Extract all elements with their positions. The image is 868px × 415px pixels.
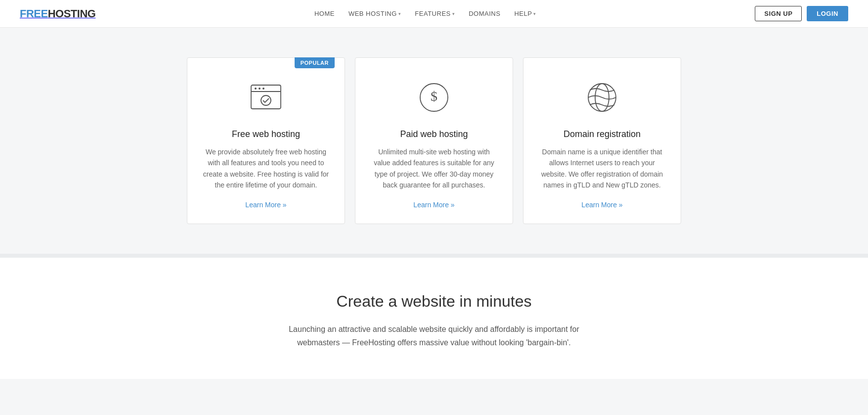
card-free-hosting-desc: We provide absolutely free web hosting w… <box>202 146 330 191</box>
create-website-section: Create a website in minutes Launching an… <box>0 258 868 379</box>
create-title: Create a website in minutes <box>20 292 848 311</box>
browser-check-icon <box>246 78 286 117</box>
main-nav: HOME WEB HOSTING ▾ FEATURES ▾ DOMAINS HE… <box>314 10 536 17</box>
nav-home[interactable]: HOME <box>314 10 335 17</box>
chevron-down-icon: ▾ <box>398 11 401 16</box>
chevron-down-icon: ▾ <box>533 11 536 16</box>
card-paid-hosting-desc: Unlimited multi-site web hosting with va… <box>370 146 498 191</box>
card-paid-hosting-link[interactable]: Learn More » <box>413 201 454 209</box>
logo-free: FREE <box>20 7 48 20</box>
cards-container: POPULAR F <box>187 57 681 224</box>
chevron-down-icon: ▾ <box>452 11 455 16</box>
logo-hosting: HOSTING <box>48 7 96 20</box>
card-domain-title: Domain registration <box>564 129 641 139</box>
header-buttons: SIGN UP LOGIN <box>755 6 848 21</box>
signup-button[interactable]: SIGN UP <box>755 6 802 21</box>
card-free-hosting: POPULAR F <box>187 57 345 224</box>
header: FREEHOSTING HOME WEB HOSTING ▾ FEATURES … <box>0 0 868 28</box>
card-free-hosting-title: Free web hosting <box>232 129 300 139</box>
svg-point-4 <box>262 88 264 90</box>
nav-web-hosting[interactable]: WEB HOSTING ▾ <box>348 10 401 17</box>
svg-text:$: $ <box>431 89 437 104</box>
nav-features[interactable]: FEATURES ▾ <box>415 10 455 17</box>
card-domain-desc: Domain name is a unique identifier that … <box>538 146 666 191</box>
cards-section: POPULAR F <box>0 28 868 254</box>
main-content: POPULAR F <box>0 28 868 379</box>
card-paid-hosting: $ Paid web hosting Unlimited multi-site … <box>355 57 513 224</box>
svg-point-3 <box>259 88 260 90</box>
logo[interactable]: FREEHOSTING <box>20 7 95 20</box>
nav-domains[interactable]: DOMAINS <box>469 10 500 17</box>
card-paid-hosting-title: Paid web hosting <box>400 129 468 139</box>
login-button[interactable]: LOGIN <box>807 6 848 21</box>
create-description: Launching an attractive and scalable web… <box>276 323 592 349</box>
section-divider <box>0 254 868 258</box>
nav-help[interactable]: HELP ▾ <box>514 10 536 17</box>
card-domain-registration: Domain registration Domain name is a uni… <box>523 57 681 224</box>
popular-badge: POPULAR <box>295 57 335 68</box>
dollar-circle-icon: $ <box>414 78 454 117</box>
card-free-hosting-link[interactable]: Learn More » <box>245 201 286 209</box>
globe-icon <box>582 78 622 117</box>
card-domain-link[interactable]: Learn More » <box>581 201 622 209</box>
svg-point-2 <box>255 88 257 90</box>
svg-point-5 <box>261 95 271 105</box>
